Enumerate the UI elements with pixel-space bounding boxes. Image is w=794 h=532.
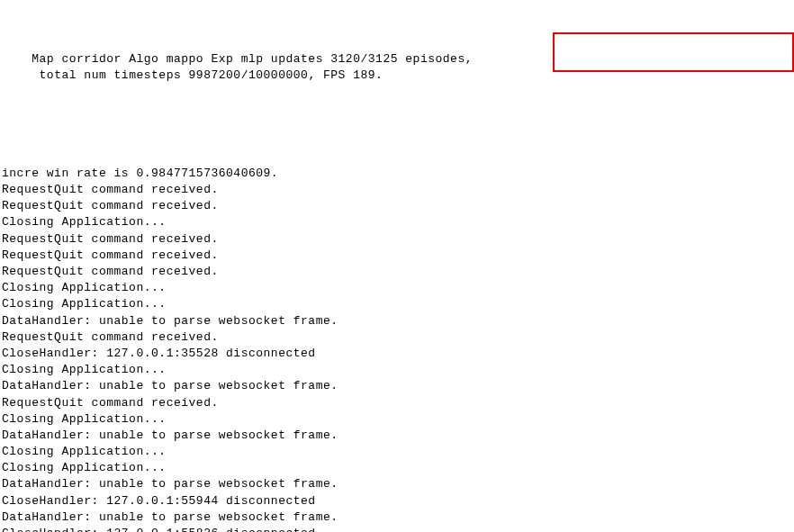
log-line: RequestQuit command received. bbox=[2, 264, 792, 280]
log-line: DataHandler: unable to parse websocket f… bbox=[2, 428, 792, 444]
log-line: Closing Application... bbox=[2, 362, 792, 378]
log-lines-container: incre win rate is 0.9847715736040609.Req… bbox=[2, 149, 792, 532]
log-line: Closing Application... bbox=[2, 411, 792, 428]
log-line: DataHandler: unable to parse websocket f… bbox=[2, 313, 792, 329]
log-line: incre win rate is 0.9847715736040609. bbox=[2, 166, 792, 182]
log-line: Closing Application... bbox=[2, 444, 792, 460]
log-line: RequestQuit command received. bbox=[2, 248, 792, 264]
header-suffix: , FPS 189. bbox=[308, 68, 383, 82]
log-line bbox=[2, 149, 792, 166]
terminal-output: Map corridor Algo mappo Exp mlp updates … bbox=[2, 2, 792, 532]
log-line: CloseHandler: 127.0.0.1:35528 disconnect… bbox=[2, 346, 792, 362]
log-line: RequestQuit command received. bbox=[2, 198, 792, 214]
header-section: Map corridor Algo mappo Exp mlp updates … bbox=[2, 34, 792, 116]
log-line: CloseHandler: 127.0.0.1:55826 disconnect… bbox=[2, 526, 792, 532]
log-line: DataHandler: unable to parse websocket f… bbox=[2, 509, 792, 526]
header-prefix: Map corridor Algo mappo Exp mlp updates … bbox=[32, 52, 473, 66]
header-highlighted-text: total num timesteps 9987200/10000000 bbox=[40, 68, 309, 82]
log-line: DataHandler: unable to parse websocket f… bbox=[2, 476, 792, 492]
log-line: RequestQuit command received. bbox=[2, 182, 792, 198]
log-line: RequestQuit command received. bbox=[2, 395, 792, 411]
log-line: CloseHandler: 127.0.0.1:55944 disconnect… bbox=[2, 493, 792, 509]
log-line: Closing Application... bbox=[2, 214, 792, 230]
log-line: Closing Application... bbox=[2, 280, 792, 296]
log-line: RequestQuit command received. bbox=[2, 231, 792, 248]
log-line: Closing Application... bbox=[2, 296, 792, 312]
highlight-box bbox=[553, 32, 794, 72]
log-line: RequestQuit command received. bbox=[2, 329, 792, 346]
log-line: DataHandler: unable to parse websocket f… bbox=[2, 378, 792, 394]
log-line: Closing Application... bbox=[2, 460, 792, 476]
header-highlighted bbox=[32, 68, 39, 82]
